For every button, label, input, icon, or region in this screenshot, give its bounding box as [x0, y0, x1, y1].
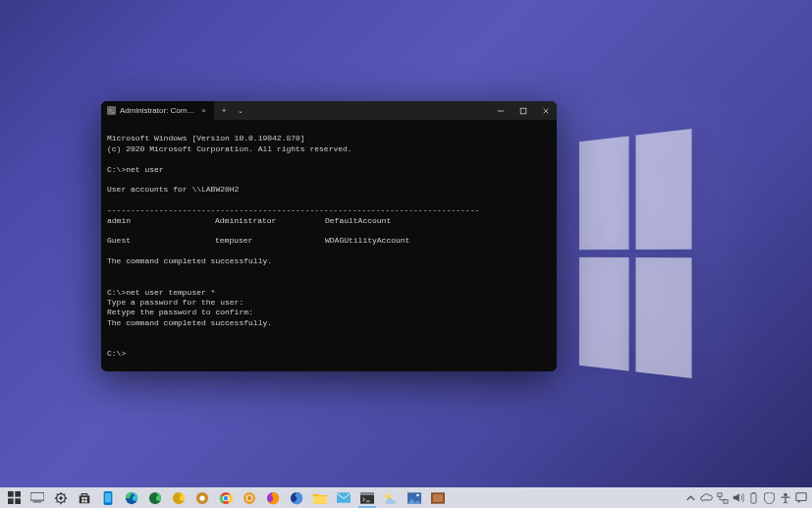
svg-rect-36	[433, 494, 444, 502]
term-line: (c) 2020 Microsoft Corporation. All righ…	[107, 144, 352, 153]
term-prompt: C:\>net user	[107, 165, 164, 174]
titlebar-drag-area[interactable]	[247, 101, 489, 120]
weather-button[interactable]	[379, 487, 403, 508]
edge-button[interactable]	[120, 487, 143, 508]
tray-overflow-button[interactable]	[683, 487, 698, 508]
chrome-canary-button[interactable]	[238, 487, 261, 508]
task-view-button[interactable]	[26, 487, 49, 508]
system-tray	[683, 487, 810, 508]
svg-rect-2	[15, 491, 21, 497]
firefox-dev-button[interactable]	[285, 487, 308, 508]
svg-rect-14	[105, 492, 111, 502]
svg-rect-37	[717, 492, 721, 495]
firefox-button[interactable]	[261, 487, 285, 508]
svg-point-22	[224, 495, 228, 499]
windows-logo-wallpaper	[579, 129, 692, 378]
term-line: ----------------------------------------…	[107, 205, 479, 214]
tab-close-button[interactable]: ×	[199, 106, 208, 115]
action-center-icon[interactable]	[793, 487, 808, 508]
svg-rect-41	[795, 492, 805, 500]
term-line: The command completed successfully.	[107, 318, 272, 327]
term-line: Type a password for the user:	[107, 298, 244, 307]
svg-rect-11	[81, 500, 83, 502]
power-icon[interactable]	[746, 487, 761, 508]
chrome-button[interactable]	[214, 487, 238, 508]
terminal-window: Administrator: Command Prompt × + ⌄ Micr…	[101, 101, 557, 371]
term-prompt: C:\>	[107, 349, 126, 358]
svg-rect-3	[8, 498, 14, 504]
terminal-taskbar-button[interactable]	[355, 487, 379, 508]
window-maximize-button[interactable]	[512, 101, 534, 120]
volume-icon[interactable]	[731, 487, 745, 508]
ease-of-access-icon[interactable]	[778, 487, 792, 508]
svg-rect-6	[33, 501, 42, 502]
table-row: GuesttempuserWDAGUtilityAccount	[107, 236, 551, 246]
browser-misc-button[interactable]	[190, 487, 214, 508]
security-icon[interactable]	[762, 487, 777, 508]
svg-rect-39	[751, 492, 756, 502]
app-misc-button[interactable]	[426, 487, 450, 508]
svg-point-34	[416, 493, 419, 496]
svg-rect-5	[30, 492, 44, 500]
svg-point-8	[59, 496, 63, 500]
edge-canary-button[interactable]	[167, 487, 190, 508]
svg-point-40	[784, 492, 786, 495]
svg-rect-29	[337, 492, 351, 503]
table-row: adminAdministratorDefaultAccount	[107, 216, 551, 226]
term-line: Retype the password to confirm:	[107, 308, 253, 316]
term-prompt: C:\>net user tempuser *	[107, 288, 215, 297]
svg-rect-0	[520, 108, 526, 114]
window-close-button[interactable]	[534, 101, 557, 120]
svg-point-25	[247, 495, 251, 499]
microsoft-store-button[interactable]	[73, 487, 96, 508]
term-line: Microsoft Windows [Version 10.0.19042.87…	[107, 134, 305, 142]
svg-rect-31	[360, 492, 374, 495]
settings-button[interactable]	[49, 487, 73, 508]
tab-dropdown-button[interactable]: ⌄	[234, 101, 247, 120]
mail-button[interactable]	[332, 487, 355, 508]
your-phone-button[interactable]	[96, 487, 120, 508]
file-explorer-button[interactable]	[308, 487, 332, 508]
tab-cmd-admin[interactable]: Administrator: Command Prompt ×	[101, 101, 214, 120]
tab-title: Administrator: Command Prompt	[120, 106, 195, 115]
edge-dev-button[interactable]	[143, 487, 167, 508]
start-button[interactable]	[2, 487, 26, 508]
svg-rect-1	[8, 491, 14, 497]
svg-rect-28	[313, 495, 327, 503]
svg-rect-9	[81, 497, 83, 499]
window-titlebar[interactable]: Administrator: Command Prompt × + ⌄	[101, 101, 557, 120]
svg-rect-10	[84, 497, 86, 499]
cmd-icon	[107, 106, 116, 115]
terminal-output[interactable]: Microsoft Windows [Version 10.0.19042.87…	[101, 120, 557, 371]
svg-rect-12	[84, 500, 86, 502]
term-line: The command completed successfully.	[107, 256, 272, 265]
window-minimize-button[interactable]	[489, 101, 512, 120]
network-icon[interactable]	[715, 487, 730, 508]
svg-rect-38	[723, 499, 727, 502]
term-line: User accounts for \\LABW20H2	[107, 185, 239, 194]
svg-rect-4	[15, 498, 21, 504]
photos-button[interactable]	[403, 487, 426, 508]
new-tab-button[interactable]: +	[214, 101, 234, 120]
svg-point-19	[199, 495, 204, 500]
taskbar	[0, 487, 812, 508]
onedrive-icon[interactable]	[699, 487, 714, 508]
